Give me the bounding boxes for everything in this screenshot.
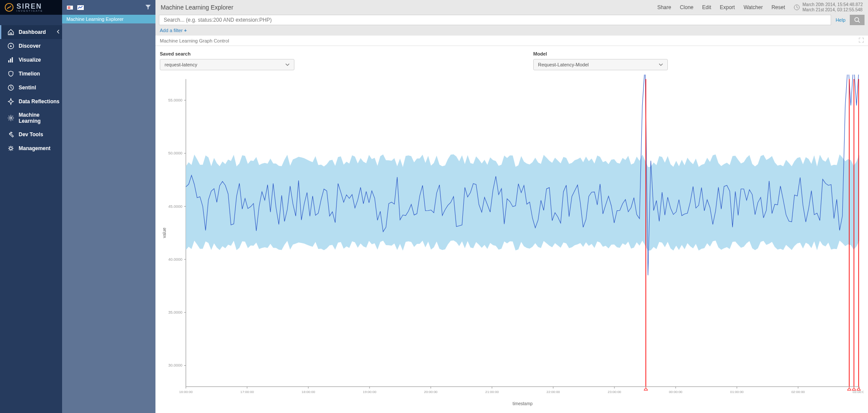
svg-text:02:00:00: 02:00:00 xyxy=(791,390,805,393)
nav-item-timelion[interactable]: Timelion xyxy=(0,67,62,81)
nav-label: Management xyxy=(19,145,50,151)
chart-icon[interactable] xyxy=(77,4,85,11)
filter-icon[interactable] xyxy=(145,4,151,11)
svg-text:45.0000: 45.0000 xyxy=(168,204,182,209)
search-icon xyxy=(854,17,860,23)
share-link[interactable]: Share xyxy=(657,4,671,10)
svg-text:40.0000: 40.0000 xyxy=(168,257,182,262)
svg-line-14 xyxy=(858,21,860,23)
svg-point-7 xyxy=(10,147,12,150)
add-filter-link[interactable]: Add a filter + xyxy=(159,25,865,33)
svg-text:19:00:00: 19:00:00 xyxy=(363,390,376,393)
svg-text:17:00:00: 17:00:00 xyxy=(240,390,254,393)
nav-item-sentinl[interactable]: Sentinl xyxy=(0,81,62,95)
nav-item-data-reflections[interactable]: Data Reflections xyxy=(0,95,62,108)
home-icon xyxy=(7,29,14,36)
svg-text:55.0000: 55.0000 xyxy=(168,98,182,102)
nav-label: Sentinl xyxy=(19,85,36,91)
compass-icon xyxy=(7,43,14,49)
svg-text:value: value xyxy=(162,227,167,238)
nav-item-discover[interactable]: Discover xyxy=(0,39,62,53)
page-header: Machine Learning Explorer ShareCloneEdit… xyxy=(155,0,868,15)
page-title: Machine Learning Explorer xyxy=(161,4,233,11)
svg-text:50.0000: 50.0000 xyxy=(168,151,182,155)
svg-point-13 xyxy=(855,18,859,22)
shield-icon xyxy=(7,70,14,77)
nav-item-visualize[interactable]: Visualize xyxy=(0,53,62,67)
svg-rect-10 xyxy=(68,8,70,9)
svg-text:01:00:00: 01:00:00 xyxy=(730,390,744,393)
svg-text:00:00:00: 00:00:00 xyxy=(669,390,683,393)
model-select[interactable]: Request-Latency-Model xyxy=(533,59,668,70)
svg-text:timestamp: timestamp xyxy=(512,401,532,406)
confidence-band xyxy=(186,154,859,251)
nav-label: Discover xyxy=(19,43,41,49)
anomaly-triangle-icon xyxy=(644,387,647,390)
gear-icon xyxy=(7,115,14,121)
svg-rect-8 xyxy=(67,6,73,10)
chevron-down-icon xyxy=(659,62,663,67)
search-input[interactable] xyxy=(159,15,831,25)
watcher-link[interactable]: Watcher xyxy=(743,4,762,10)
spark-icon xyxy=(7,98,14,105)
panel-title: Machine Learning Graph Control xyxy=(160,38,229,43)
time-to: March 21st 2014, 03:12:55.548 xyxy=(802,7,863,13)
export-link[interactable]: Export xyxy=(720,4,735,10)
nav-label: Machine Learning xyxy=(19,112,62,124)
history-icon xyxy=(7,84,14,91)
svg-text:16:00:00: 16:00:00 xyxy=(179,390,193,393)
svg-rect-2 xyxy=(8,60,10,62)
chevron-down-icon xyxy=(285,62,290,67)
wrench-icon xyxy=(7,131,14,138)
nav-label: Data Reflections xyxy=(19,98,59,105)
reset-link[interactable]: Reset xyxy=(772,4,785,10)
tag-icon[interactable] xyxy=(66,4,74,11)
nav-label: Dev Tools xyxy=(19,131,43,138)
svg-text:30.0000: 30.0000 xyxy=(168,363,182,367)
clone-link[interactable]: Clone xyxy=(680,4,693,10)
expand-icon[interactable] xyxy=(859,38,864,43)
svg-rect-9 xyxy=(68,7,70,7)
panel-title-bar: Machine Learning Graph Control xyxy=(155,36,868,46)
time-range[interactable]: March 20th 2014, 15:54:48.872 March 21st… xyxy=(794,2,863,13)
svg-text:35.0000: 35.0000 xyxy=(168,310,182,315)
svg-text:20:00:00: 20:00:00 xyxy=(424,390,438,393)
anomaly-chart: 30.000035.000040.000045.000050.000055.00… xyxy=(160,75,864,409)
model-group: Model Request-Latency-Model xyxy=(533,51,668,70)
svg-text:23:00:00: 23:00:00 xyxy=(607,390,621,393)
model-label: Model xyxy=(533,51,668,56)
left-nav: SIREN INVESTIGATE DashboardDiscoverVisua… xyxy=(0,0,62,413)
secondary-panel-toolbar xyxy=(62,0,155,15)
cog-icon xyxy=(7,145,14,152)
breadcrumb[interactable]: Machine Learning Explorer xyxy=(62,15,155,23)
svg-text:18:00:00: 18:00:00 xyxy=(301,390,315,393)
chevron-left-icon xyxy=(57,29,59,35)
bars-icon xyxy=(7,56,14,63)
saved-search-label: Saved search xyxy=(160,51,294,56)
siren-logo-icon xyxy=(4,3,14,12)
svg-text:22:00:00: 22:00:00 xyxy=(546,390,560,393)
svg-text:21:00:00: 21:00:00 xyxy=(485,390,499,393)
nav-item-dev-tools[interactable]: Dev Tools xyxy=(0,128,62,141)
saved-search-select[interactable]: request-latency xyxy=(160,59,294,70)
search-button[interactable] xyxy=(850,15,865,25)
svg-rect-3 xyxy=(10,59,11,62)
secondary-panel: Machine Learning Explorer xyxy=(62,0,155,413)
anomaly-triangle-icon xyxy=(848,387,851,390)
nav-label: Dashboard xyxy=(19,29,46,35)
brand-sub: INVESTIGATE xyxy=(17,10,43,12)
time-from: March 20th 2014, 15:54:48.872 xyxy=(802,2,863,7)
svg-rect-4 xyxy=(12,57,13,62)
edit-link[interactable]: Edit xyxy=(702,4,711,10)
nav-label: Visualize xyxy=(19,57,41,63)
nav-item-machine-learning[interactable]: Machine Learning xyxy=(0,108,62,128)
nav-item-management[interactable]: Management xyxy=(0,141,62,155)
nav-item-dashboard[interactable]: Dashboard xyxy=(0,25,62,39)
help-link[interactable]: Help xyxy=(834,17,847,23)
svg-point-6 xyxy=(10,117,12,119)
clock-icon xyxy=(794,4,800,10)
chart-container: 30.000035.000040.000045.000050.000055.00… xyxy=(155,75,868,413)
nav-label: Timelion xyxy=(19,71,40,77)
query-bar: Help Add a filter + xyxy=(155,15,868,36)
brand-logo: SIREN INVESTIGATE xyxy=(0,0,62,15)
